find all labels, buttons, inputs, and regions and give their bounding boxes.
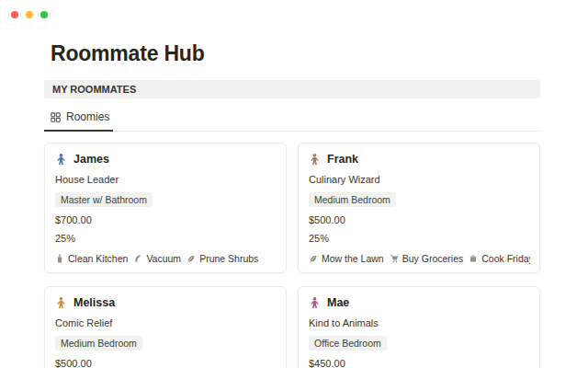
minimize-window-button[interactable]: [26, 11, 33, 18]
person-icon: [55, 153, 67, 166]
window-controls: [11, 11, 48, 18]
close-window-button[interactable]: [11, 11, 18, 18]
task-label: Buy Groceries: [402, 253, 464, 264]
card-header: Mae: [309, 296, 530, 309]
task-label: Vacuum: [146, 253, 181, 264]
roommate-card-james[interactable]: James House Leader Master w/ Bathroom $7…: [44, 143, 287, 273]
roommate-description: House Leader: [55, 174, 277, 186]
roommate-card-mae[interactable]: Mae Kind to Animals Office Bedroom $450.…: [298, 286, 540, 368]
task-item[interactable]: Cook Friday night dinn: [469, 253, 530, 264]
task-label: Mow the Lawn: [322, 253, 384, 264]
person-icon: [309, 296, 321, 309]
page-title: Roommate Hub: [51, 41, 540, 66]
card-header: Frank: [309, 153, 530, 166]
task-item[interactable]: Buy Groceries: [390, 253, 464, 264]
window-titlebar: [0, 0, 588, 26]
roommate-name: Mae: [327, 296, 349, 309]
room-tag: Medium Bedroom: [309, 192, 396, 207]
section-header-my-roommates: MY ROOMMATES: [44, 80, 540, 98]
rent-amount: $700.00: [55, 214, 277, 226]
cooking-pot-icon: [469, 254, 478, 263]
roommate-card-melissa[interactable]: Melissa Comic Relief Medium Bedroom $500…: [44, 286, 287, 368]
task-label: Prune Shrubs: [199, 253, 258, 264]
room-tag: Office Bedroom: [309, 336, 387, 351]
leaf-icon: [309, 254, 318, 263]
tab-label: Roomies: [66, 110, 109, 123]
room-tag: Master w/ Bathroom: [55, 192, 153, 207]
leaf-icon: [187, 254, 196, 263]
gallery-view-icon: [51, 112, 61, 122]
card-header: James: [55, 153, 277, 166]
room-property: Office Bedroom: [309, 336, 530, 351]
room-property: Medium Bedroom: [55, 336, 277, 351]
task-item[interactable]: Prune Shrubs: [187, 253, 258, 264]
task-list: Mow the Lawn Buy Groceries Cook Friday n…: [309, 253, 530, 264]
task-label: Cook Friday night dinn: [481, 253, 530, 264]
page-content: Roommate Hub MY ROOMMATES Roomies James …: [0, 41, 588, 368]
roommate-name: James: [74, 153, 109, 166]
cart-icon: [390, 254, 399, 263]
person-icon: [55, 296, 67, 309]
tab-roomies[interactable]: Roomies: [44, 105, 113, 132]
task-item[interactable]: Mow the Lawn: [309, 253, 384, 264]
room-property: Master w/ Bathroom: [55, 192, 277, 207]
view-tabs-bar: Roomies: [44, 105, 540, 132]
roommate-name: Melissa: [74, 296, 115, 309]
room-property: Medium Bedroom: [309, 192, 530, 207]
roommate-description: Kind to Animals: [309, 317, 530, 329]
task-item[interactable]: Clean Kitchen: [55, 253, 128, 264]
task-label: Clean Kitchen: [68, 253, 128, 264]
share-percent: 25%: [55, 233, 277, 245]
task-item[interactable]: Vacuum: [133, 253, 181, 264]
roommate-gallery: James House Leader Master w/ Bathroom $7…: [44, 143, 540, 368]
card-header: Melissa: [55, 296, 277, 309]
share-percent: 25%: [309, 233, 530, 245]
vacuum-icon: [133, 254, 142, 263]
room-tag: Medium Bedroom: [55, 336, 142, 351]
roommate-description: Culinary Wizard: [309, 174, 530, 186]
rent-amount: $500.00: [309, 214, 530, 226]
rent-amount: $450.00: [309, 358, 530, 368]
person-icon: [309, 153, 321, 166]
soap-bottle-icon: [55, 254, 64, 263]
roommate-description: Comic Relief: [55, 317, 277, 329]
roommate-name: Frank: [327, 153, 358, 166]
rent-amount: $500.00: [55, 358, 277, 368]
task-list: Clean Kitchen Vacuum Prune Shrubs: [55, 253, 277, 264]
zoom-window-button[interactable]: [40, 11, 48, 18]
roommate-card-frank[interactable]: Frank Culinary Wizard Medium Bedroom $50…: [298, 143, 540, 273]
